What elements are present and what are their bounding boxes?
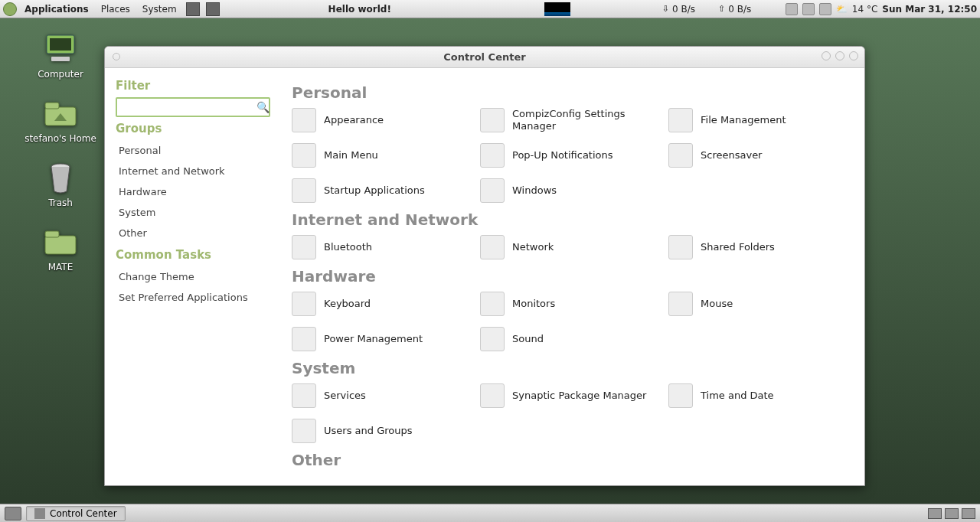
bottom-panel: Control Center [0, 504, 980, 522]
desktop-icon-trash[interactable]: Trash [42, 159, 79, 208]
menu-applications[interactable]: Applications [20, 4, 93, 15]
control-item-label: Startup Applications [324, 184, 425, 197]
control-item-monitors[interactable]: Monitors [480, 292, 661, 316]
control-item-keyboard[interactable]: Keyboard [292, 292, 472, 316]
control-item-sound[interactable]: Sound [480, 327, 661, 351]
control-center-window: Control Center Filter 🔍 Groups PersonalI… [104, 46, 865, 486]
desktop-icon-mate[interactable]: MATE [42, 223, 79, 272]
control-item-screensaver[interactable]: Screensaver [668, 143, 849, 168]
sidebar-group-link[interactable]: Personal [116, 140, 270, 161]
window-close-icon[interactable] [849, 51, 858, 60]
workspace-switcher-icon[interactable] [962, 508, 975, 519]
volume-icon[interactable] [786, 3, 798, 15]
indicator-icon[interactable] [819, 3, 831, 15]
system-monitor-icon[interactable] [544, 2, 570, 16]
control-item-label: Mouse [701, 298, 733, 310]
control-item-users[interactable]: Users and Groups [292, 419, 472, 443]
indicator-icon[interactable] [802, 3, 815, 15]
sidebar-group-link[interactable]: Internet and Network [116, 161, 270, 181]
svg-rect-1 [50, 38, 71, 51]
sidebar: Filter 🔍 Groups PersonalInternet and Net… [105, 68, 281, 485]
window-maximize-icon[interactable] [835, 51, 844, 60]
desktop-icon-computer[interactable]: Computer [38, 31, 83, 80]
panel-launcher-icon[interactable] [206, 2, 220, 16]
control-item-mouse[interactable]: Mouse [668, 292, 849, 316]
net-up-indicator: ⇧ 0 B/s [718, 4, 751, 15]
filter-heading: Filter [116, 79, 270, 93]
control-item-label: Main Menu [324, 149, 378, 161]
keyboard-icon [292, 292, 316, 316]
power-icon [292, 327, 316, 351]
search-icon[interactable]: 🔍 [256, 101, 270, 113]
control-item-label: Time and Date [701, 390, 774, 402]
control-item-startup[interactable]: Startup Applications [292, 178, 472, 203]
control-item-network[interactable]: Network [480, 235, 661, 259]
file-icon [668, 108, 693, 132]
menu-places[interactable]: Places [96, 4, 135, 15]
time-icon [668, 383, 693, 408]
show-desktop-icon[interactable] [5, 507, 21, 520]
control-item-windows[interactable]: Windows [480, 178, 661, 203]
control-item-label: Synaptic Package Manager [512, 390, 646, 402]
monitors-icon [480, 292, 505, 316]
desktop-icon-label: Computer [38, 69, 83, 80]
svg-rect-2 [51, 57, 70, 61]
control-item-label: CompizConfig Settings Manager [512, 108, 661, 132]
control-item-label: Services [324, 390, 366, 402]
menu-system[interactable]: System [138, 4, 181, 15]
desktop-icon-label: Trash [48, 197, 73, 208]
bluetooth-icon [292, 235, 316, 259]
control-item-file[interactable]: File Management [668, 108, 849, 132]
control-item-synaptic[interactable]: Synaptic Package Manager [480, 383, 661, 408]
sidebar-task-link[interactable]: Set Preferred Applications [116, 287, 270, 308]
control-item-label: Bluetooth [324, 241, 372, 253]
sound-icon [480, 327, 505, 351]
control-item-shared[interactable]: Shared Folders [668, 235, 849, 259]
content-area[interactable]: PersonalAppearanceCompizConfig Settings … [281, 68, 864, 485]
section-heading: Internet and Network [292, 210, 849, 229]
control-item-label: Network [512, 241, 554, 253]
startup-icon [292, 178, 316, 203]
control-item-time[interactable]: Time and Date [668, 383, 849, 408]
network-icon [480, 235, 505, 259]
net-up-value: 0 B/s [728, 4, 751, 15]
control-item-services[interactable]: Services [292, 383, 472, 408]
sidebar-group-link[interactable]: Other [116, 223, 270, 243]
sidebar-group-link[interactable]: Hardware [116, 181, 270, 202]
window-minimize-icon[interactable] [822, 51, 831, 60]
sidebar-group-link[interactable]: System [116, 202, 270, 223]
panel-launcher-icon[interactable] [186, 2, 200, 16]
svg-rect-7 [45, 231, 59, 237]
distro-logo-icon[interactable] [3, 2, 17, 16]
workspace-switcher-icon[interactable] [945, 508, 959, 519]
control-item-bluetooth[interactable]: Bluetooth [292, 235, 472, 259]
control-item-compiz[interactable]: CompizConfig Settings Manager [480, 108, 661, 132]
computer-icon [42, 31, 79, 67]
section-heading: Other [292, 451, 849, 469]
weather-icon: ⛅ [836, 4, 848, 15]
trash-applet-icon[interactable] [928, 508, 942, 519]
control-item-label: File Management [701, 114, 786, 126]
titlebar[interactable]: Control Center [105, 47, 864, 68]
screensaver-icon [668, 143, 693, 168]
window-close-icon[interactable] [113, 53, 120, 60]
control-item-appearance[interactable]: Appearance [292, 108, 472, 132]
control-item-label: Users and Groups [324, 425, 412, 437]
synaptic-icon [480, 383, 505, 408]
clock[interactable]: Sun Mar 31, 12:50 [882, 4, 977, 15]
desktop-icon-label: stefano's Home [24, 133, 96, 144]
desktop-icon-home[interactable]: stefano's Home [24, 95, 96, 144]
taskbar-item-control-center[interactable]: Control Center [26, 506, 126, 521]
control-item-mainmenu[interactable]: Main Menu [292, 143, 472, 168]
filter-input[interactable] [117, 102, 256, 113]
control-item-power[interactable]: Power Management [292, 327, 472, 351]
mainmenu-icon [292, 143, 316, 168]
top-panel: Applications Places System Hello world! … [0, 0, 980, 18]
window-title: Control Center [443, 51, 525, 63]
weather-temp: 14 °C [852, 4, 877, 15]
sidebar-task-link[interactable]: Change Theme [116, 266, 270, 287]
mouse-icon [668, 292, 693, 316]
control-item-popup[interactable]: Pop-Up Notifications [480, 143, 661, 168]
compiz-icon [480, 108, 505, 132]
section-heading: Hardware [292, 267, 849, 285]
